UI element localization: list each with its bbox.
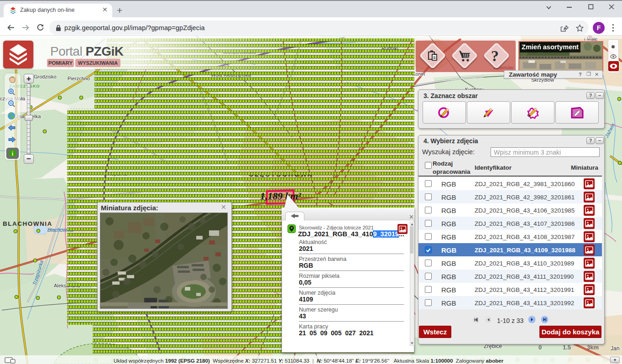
svg-text:3km: 3km	[587, 344, 599, 351]
svg-text:Grodzisko: Grodzisko	[34, 74, 57, 79]
svg-text:BLACHOWNIA: BLACHOWNIA	[3, 220, 52, 227]
svg-text:0: 0	[538, 344, 542, 351]
svg-text:Jan: Jan	[611, 345, 619, 352]
svg-text:Pierzchno: Pierzchno	[68, 76, 90, 81]
svg-text:1.5: 1.5	[563, 344, 571, 351]
